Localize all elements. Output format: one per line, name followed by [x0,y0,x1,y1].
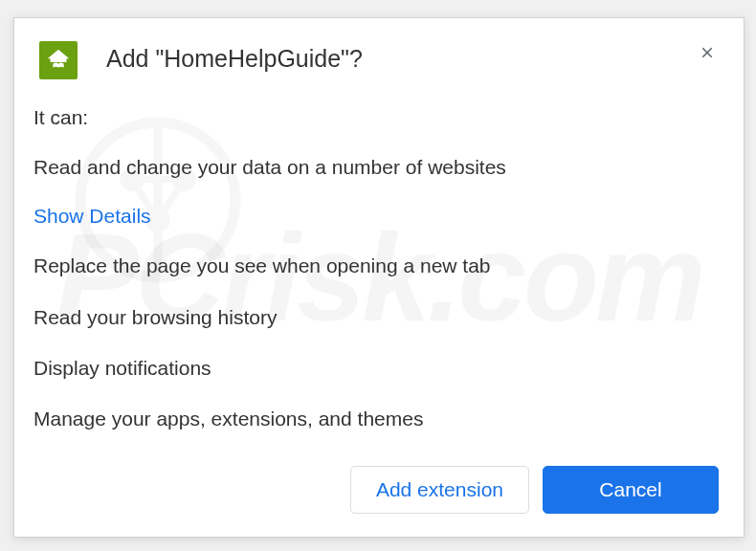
dialog-title: Add "HomeHelpGuide"? [106,45,363,73]
close-icon [699,44,716,61]
close-button[interactable] [696,41,719,64]
permission-item: Read and change your data on a number of… [33,154,724,180]
dialog-header: Add "HomeHelpGuide"? [14,18,744,95]
permission-item: Replace the page you see when opening a … [33,253,724,278]
cancel-button[interactable]: Cancel [543,466,719,514]
dialog-buttons: Add extension Cancel [350,466,719,514]
extension-install-dialog: PCrisk.com Add "HomeHelpGuide"? It can: … [13,17,745,538]
permission-item: Display notifications [33,355,724,381]
add-extension-button[interactable]: Add extension [350,466,529,514]
permission-item: Read your browsing history [33,304,724,330]
permissions-intro: It can: [33,106,724,129]
permission-item: Manage your apps, extensions, and themes [33,406,724,431]
extension-icon [39,41,78,79]
show-details-link[interactable]: Show Details [33,205,724,228]
dialog-content: It can: Read and change your data on a n… [14,95,744,431]
